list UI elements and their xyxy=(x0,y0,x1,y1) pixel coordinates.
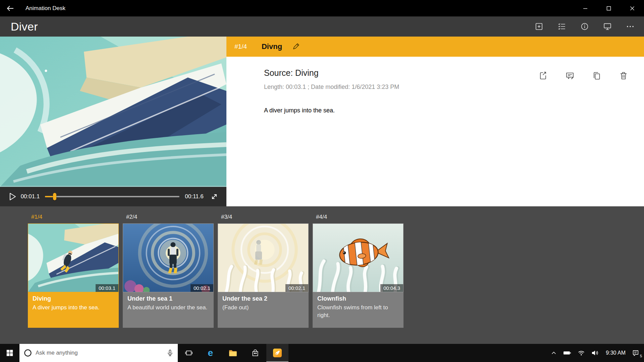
scene-detail-panel: #1/4 Divng Source: Diving Length: 00:03.… xyxy=(226,37,644,206)
scene-card[interactable]: 00:02.1 Under the sea 1 A beautiful worl… xyxy=(123,223,214,328)
scene-source: Source: Diving xyxy=(264,68,319,78)
scene-thumbnail[interactable]: 00:04.3 xyxy=(313,223,404,292)
annotate-comment-icon xyxy=(565,71,575,81)
seek-slider[interactable] xyxy=(45,193,179,200)
battery-status[interactable] xyxy=(563,350,571,356)
fullscreen-button[interactable] xyxy=(209,191,220,202)
annotate-scene-button[interactable] xyxy=(565,71,575,81)
microphone-icon[interactable] xyxy=(166,349,174,357)
window-titlebar: Animation Desk xyxy=(0,0,644,16)
minimize-button[interactable] xyxy=(574,0,597,16)
scene-card-title: Under the sea 1 xyxy=(127,295,209,302)
animation-desk-app-button[interactable] xyxy=(266,344,288,362)
scene-card-description: (Fade out) xyxy=(222,304,304,312)
info-button[interactable] xyxy=(580,22,589,31)
export-page-icon xyxy=(538,71,548,81)
scene-list-icon xyxy=(557,22,566,31)
notification-count-badge: 5 xyxy=(640,354,642,358)
scene-thumbnail[interactable]: 00:02.1 xyxy=(218,223,309,292)
video-preview[interactable]: 00:01.1 00:11.6 xyxy=(0,37,226,206)
total-time: 00:11.6 xyxy=(182,193,206,200)
scene-thumbnail[interactable]: 00:03.1 xyxy=(28,223,119,292)
windows-taskbar: e xyxy=(0,344,644,362)
add-scene-button[interactable] xyxy=(535,22,543,31)
wifi-icon xyxy=(578,350,585,356)
scene-thumbnail-art-undersea1 xyxy=(123,224,213,292)
windows-logo-icon xyxy=(6,349,14,357)
delete-trash-icon xyxy=(619,71,628,81)
more-options-button[interactable] xyxy=(626,22,635,31)
volume-status[interactable] xyxy=(591,350,599,356)
app-title: Animation Desk xyxy=(25,5,65,12)
play-icon xyxy=(7,192,17,202)
duplicate-copy-icon xyxy=(592,71,601,81)
scene-thumbnail-art-diving xyxy=(28,224,118,292)
close-button[interactable] xyxy=(621,0,644,16)
scene-duration: 00:02.1 xyxy=(191,284,213,292)
scene-duration: 00:02.1 xyxy=(285,284,308,292)
ellipsis-icon xyxy=(626,22,635,31)
start-button[interactable] xyxy=(0,344,19,362)
scene-duration: 00:04.3 xyxy=(380,284,403,292)
info-icon xyxy=(580,22,589,31)
play-button[interactable] xyxy=(6,191,18,203)
scene-card-title: Clownfish xyxy=(317,295,399,302)
scene-card-description: A diver jumps into the sea. xyxy=(33,304,114,312)
scene-card-number: #3/4 xyxy=(218,214,309,220)
scene-card-title: Diving xyxy=(33,295,114,302)
scene-description: A diver jumps into the sea. xyxy=(264,107,335,114)
edge-icon: e xyxy=(206,347,216,359)
seek-track-played xyxy=(45,196,53,197)
export-scene-button[interactable] xyxy=(538,71,548,81)
scene-card-number: #4/4 xyxy=(313,214,404,220)
action-center-icon xyxy=(632,349,639,357)
task-view-icon xyxy=(184,349,193,357)
edit-pencil-icon xyxy=(292,43,300,51)
scene-meta: Length: 00:03.1 ; Date modified: 1/6/202… xyxy=(264,84,399,91)
storyboard-strip: #1/4 xyxy=(0,206,644,344)
scene-card[interactable]: 00:02.1 Under the sea 2 (Fade out) xyxy=(218,223,309,328)
scene-card-4: #4/4 xyxy=(313,214,404,344)
main-area: 00:01.1 00:11.6 #1/4 Divng xyxy=(0,37,644,206)
seek-handle[interactable] xyxy=(53,193,56,200)
scene-card-text: Under the sea 2 (Fade out) xyxy=(218,292,309,328)
current-time: 00:01.1 xyxy=(18,193,42,200)
duplicate-scene-button[interactable] xyxy=(592,71,602,81)
back-button[interactable] xyxy=(0,0,21,16)
edit-title-button[interactable] xyxy=(291,42,300,51)
scene-card[interactable]: 00:04.3 Clownfish Clownfish swims from l… xyxy=(313,223,404,328)
action-center-button[interactable]: 5 xyxy=(632,349,639,357)
scene-card-text: Clownfish Clownfish swims from left to r… xyxy=(313,292,404,328)
scene-actions xyxy=(538,71,629,81)
window-controls xyxy=(574,0,644,16)
scene-detail-header: #1/4 Divng xyxy=(226,37,644,57)
taskbar-search[interactable] xyxy=(19,344,178,362)
app-header: Diver xyxy=(0,16,644,37)
scene-list-button[interactable] xyxy=(557,22,566,31)
cortana-icon xyxy=(23,349,32,357)
delete-scene-button[interactable] xyxy=(619,71,629,81)
store-button[interactable] xyxy=(244,344,266,362)
scene-card-description: Clownfish swims from left to right. xyxy=(317,304,399,319)
scene-card[interactable]: 00:03.1 Diving A diver jumps into the se… xyxy=(28,223,119,328)
edge-browser-button[interactable]: e xyxy=(200,344,222,362)
scene-title: Divng xyxy=(262,42,282,51)
search-input[interactable] xyxy=(36,350,163,356)
file-explorer-button[interactable] xyxy=(222,344,244,362)
task-view-button[interactable] xyxy=(178,344,200,362)
present-button[interactable] xyxy=(603,22,612,31)
clock[interactable]: 9:30 AM xyxy=(606,350,626,356)
animation-desk-icon xyxy=(272,348,282,358)
maximize-button[interactable] xyxy=(597,0,621,16)
scene-card-number: #1/4 xyxy=(28,214,119,220)
chevron-up-icon xyxy=(551,350,557,356)
network-status[interactable] xyxy=(578,350,585,356)
folder-icon xyxy=(228,349,238,357)
scene-thumbnail[interactable]: 00:02.1 xyxy=(123,223,214,292)
minimize-icon xyxy=(583,6,588,11)
header-toolbar xyxy=(535,22,637,31)
tray-expand-button[interactable] xyxy=(551,350,557,356)
speaker-icon xyxy=(591,350,599,356)
seek-track[interactable] xyxy=(45,196,179,197)
store-bag-icon xyxy=(251,349,260,357)
